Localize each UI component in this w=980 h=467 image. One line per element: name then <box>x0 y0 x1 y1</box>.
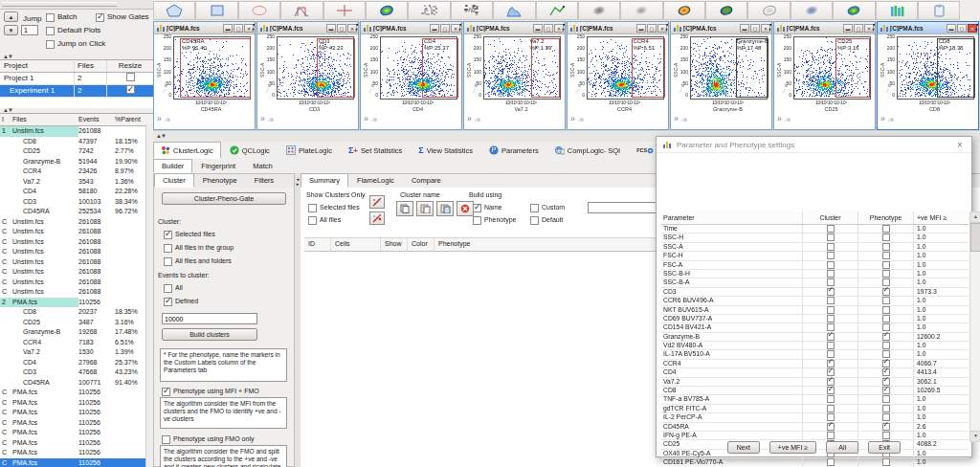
tab-summary[interactable]: Summary <box>301 173 348 188</box>
panel-collapse-arrows[interactable]: ◂▸ <box>253 23 255 32</box>
expand-chevrons-icon[interactable]: » <box>880 115 885 123</box>
file-row[interactable]: CD310010338.34% <box>0 197 153 208</box>
bar-chart-button[interactable] <box>876 1 918 20</box>
tab-set-statistics[interactable]: Σ+Set Statistics <box>341 142 410 159</box>
flame-gate-tool-button[interactable] <box>369 195 385 209</box>
density-gray-button[interactable] <box>578 1 620 20</box>
polygon-gate-button[interactable] <box>153 1 195 20</box>
expand-chevrons-icon[interactable]: » <box>777 115 782 123</box>
cluster-pheno-gate-button[interactable]: Cluster-Pheno-Gate <box>162 192 286 205</box>
events-option-defined[interactable]: Defined <box>164 297 198 306</box>
minimize-button[interactable]: ▬ <box>533 24 543 33</box>
file-row[interactable]: CD42796825.37% <box>0 358 153 368</box>
batch-checkbox-row-checkbox[interactable] <box>46 13 55 22</box>
parameter-row[interactable]: IL-2 PerCP-A1.0 <box>661 413 969 422</box>
parameter-row[interactable]: Va7.23062.1 <box>661 378 969 387</box>
col-parameter[interactable]: Parameter <box>661 211 803 224</box>
cluster-option-selected-files-checkbox[interactable] <box>164 231 172 239</box>
cluster-option-all-files-in-the-group-checkbox[interactable] <box>164 244 172 253</box>
phenotype-checkbox[interactable] <box>882 225 890 233</box>
phenotype-checkbox[interactable] <box>882 315 890 322</box>
file-row[interactable]: CUnstim.fcs261088 <box>0 287 153 298</box>
col-cluster[interactable]: Cluster <box>803 211 858 224</box>
plot-window[interactable]: [C]PMA.fcs ▬ ▢ ✕ SSC-A 250200150100500 ≣… <box>877 21 979 130</box>
minimize-button[interactable]: ▬ <box>636 24 646 33</box>
plot-window[interactable]: [C]PMA.fcs ▬ ▢ ✕ SSC-A 250200150100500 ≣… <box>670 21 772 130</box>
parameter-row[interactable]: CD44413.4 <box>661 368 969 377</box>
panel-collapse-arrows[interactable]: ◂▸ <box>356 23 358 32</box>
cluster-checkbox[interactable] <box>827 387 835 394</box>
plot-options-icon[interactable]: ⁄≣ <box>269 117 274 122</box>
parameter-row[interactable]: SSC-B-A1.0 <box>661 278 969 287</box>
plot-window[interactable]: [C]PMA.fcs ▬ ▢ ✕ SSC-A 250200150100500 ≣… <box>153 21 256 130</box>
plot-options-icon[interactable]: ⁄≣ <box>476 117 480 122</box>
scatter-plot-area[interactable]: CCR4%P:6.51 <box>587 36 664 100</box>
contour-plot-button[interactable] <box>366 1 408 20</box>
file-row[interactable]: CPMA.fcs110256 <box>0 458 153 467</box>
files-scrollbar[interactable] <box>145 124 153 467</box>
plot-window[interactable]: [C]PMA.fcs ▬ ▢ ✕ SSC-A 250200150100500 ≣… <box>567 21 669 130</box>
rectangle-gate-button[interactable] <box>195 1 237 20</box>
batch-checkbox-row[interactable]: Batch <box>46 12 77 22</box>
paste-special-cluster-name-button[interactable] <box>436 201 454 216</box>
scatter-plot-area[interactable]: CD25%P:3.16 <box>793 36 871 100</box>
file-row[interactable]: 2PMA.fcs110256 <box>0 298 153 308</box>
scatter-plot-area[interactable]: CD4%P:25.37 <box>380 36 457 100</box>
col-files[interactable]: Files <box>75 60 107 72</box>
col-events[interactable]: Events <box>78 114 115 125</box>
phenotype-checkbox[interactable] <box>882 458 890 466</box>
axis-scale-icons[interactable]: ≣⁄ <box>267 82 271 94</box>
phenotype-mfi-fmo-checkbox[interactable] <box>162 388 170 396</box>
scatter-plot-area[interactable]: CD45RA%P:91.40 <box>173 36 251 100</box>
cluster-checkbox[interactable] <box>827 306 835 314</box>
gate-label[interactable]: Granzyme-B%P:17.48 <box>736 38 768 51</box>
expand-chevrons-icon[interactable]: » <box>570 115 575 123</box>
phenotype-checkbox[interactable] <box>882 252 890 259</box>
events-option-all-checkbox[interactable] <box>164 284 172 293</box>
phenotype-checkbox[interactable] <box>882 270 890 278</box>
density-blue-button[interactable] <box>833 1 875 20</box>
cluster-checkbox[interactable] <box>827 252 835 259</box>
col-resize[interactable]: Resize <box>107 60 153 72</box>
phenotype-checkbox[interactable] <box>882 387 890 394</box>
cluster-checkbox[interactable] <box>827 288 835 296</box>
tab-view-statistics[interactable]: ΣView Statistics <box>411 142 480 159</box>
phenotype-fmo-only-checkbox[interactable] <box>162 435 170 444</box>
phenotype-checkbox[interactable] <box>882 342 890 349</box>
file-row[interactable]: Granzyme-B1926817.48% <box>0 327 153 338</box>
density-light-button[interactable] <box>620 1 662 20</box>
plot-window[interactable]: [C]PMA.fcs ▬ ▢ ✕ SSC-A 250200150100500 ≣… <box>463 21 566 130</box>
minimize-button[interactable]: ▬ <box>223 24 233 33</box>
summary-option-selected-files-checkbox[interactable] <box>308 204 317 212</box>
spline-gate-button[interactable] <box>536 1 578 20</box>
axis-scale-icons[interactable]: ≣⁄ <box>474 82 478 94</box>
gate-label[interactable]: CD3%P:43.23 <box>319 38 344 51</box>
resize-checkbox[interactable] <box>126 85 135 94</box>
parameter-row[interactable]: CCR44066.7 <box>661 360 969 368</box>
axis-scale-icons[interactable]: ≣⁄ <box>370 82 374 94</box>
file-row[interactable]: CUnstim.fcs261088 <box>0 278 153 288</box>
cluster-checkbox[interactable] <box>827 297 835 304</box>
jump-on-click-checkbox-row-checkbox[interactable] <box>46 40 55 49</box>
file-row[interactable]: CPMA.fcs110256 <box>0 448 153 458</box>
tab-parameters[interactable]: PParameters <box>481 142 546 159</box>
default-plots-checkbox-row[interactable]: Default Plots <box>46 26 100 35</box>
file-row[interactable]: Va7.235431.36% <box>0 177 153 188</box>
plot-options-icon[interactable]: ⁄≣ <box>166 117 170 122</box>
resize-checkbox[interactable] <box>126 73 135 81</box>
phenotype-checkbox[interactable] <box>882 395 890 403</box>
minimize-button[interactable]: ▬ <box>740 24 749 33</box>
phenotype-checkbox[interactable] <box>882 234 890 241</box>
tab-match[interactable]: Match <box>244 159 280 173</box>
phenotype-checkbox[interactable] <box>882 405 890 412</box>
panel-collapse-arrows[interactable]: ◂▸ <box>976 23 978 32</box>
phenotype-checkbox[interactable] <box>882 423 890 431</box>
file-row[interactable]: CUnstim.fcs261088 <box>0 267 153 278</box>
parameter-row[interactable]: IFN-g PE-A1.0 <box>661 432 969 440</box>
file-row[interactable]: CUnstim.fcs261088 <box>0 257 153 268</box>
tab-complogic-sqi[interactable]: CompLogic- SQI <box>547 142 628 159</box>
horizontal-splitter-handle[interactable]: ▲▼ <box>156 133 166 139</box>
scroll-down-icon[interactable]: ▼ <box>970 431 980 441</box>
scroll-up-icon[interactable]: ▲ <box>970 212 980 223</box>
col-i[interactable]: I <box>0 114 12 125</box>
